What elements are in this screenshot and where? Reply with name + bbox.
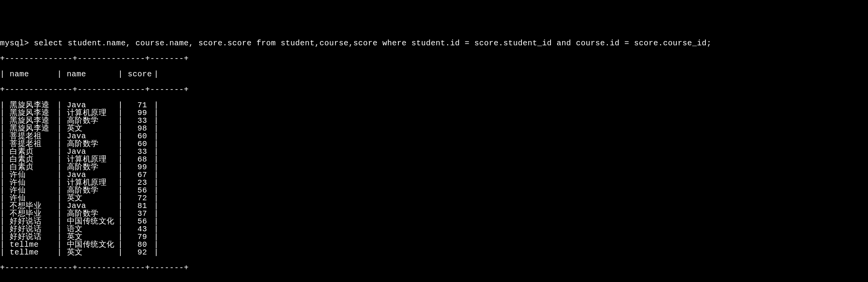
table-row: | 许仙| 英文|72 | <box>0 194 868 202</box>
pipe-char: | <box>154 125 159 132</box>
pipe-char: | <box>118 241 123 249</box>
table-row: | 黑旋风李逵| 计算机原理|99 | <box>0 109 868 117</box>
table-row: | 许仙| 高阶数学|56 | <box>0 187 868 194</box>
cell-course: 计算机原理 <box>62 179 118 187</box>
cell-student: 好好说话 <box>5 225 57 233</box>
cell-score: 98 <box>123 125 154 132</box>
table-row: | 菩提老祖| 高阶数学|60 | <box>0 140 868 148</box>
cell-course: 计算机原理 <box>62 156 118 163</box>
cell-score: 23 <box>123 179 154 187</box>
pipe-char: | <box>118 148 123 156</box>
pipe-char: | <box>57 132 62 140</box>
cell-student: 许仙 <box>5 171 57 179</box>
table-border-mid: +--------------+--------------+-------+ <box>0 86 868 94</box>
pipe-char: | <box>0 148 5 156</box>
pipe-char: | <box>57 233 62 241</box>
pipe-char: | <box>0 202 5 210</box>
pipe-char: | <box>57 179 62 187</box>
cell-student: 不想毕业 <box>5 210 57 218</box>
pipe-char: | <box>0 218 5 225</box>
pipe-char: | <box>57 210 62 218</box>
cell-student: 黑旋风李逵 <box>5 125 57 132</box>
pipe-char: | <box>118 70 123 78</box>
mysql-terminal[interactable]: mysql> select student.name, course.name,… <box>0 31 868 280</box>
pipe-char: | <box>57 117 62 125</box>
cell-score: 60 <box>123 132 154 140</box>
table-row: | 不想毕业| 高阶数学|37 | <box>0 210 868 218</box>
cell-student: 菩提老祖 <box>5 132 57 140</box>
cell-score: 81 <box>123 202 154 210</box>
pipe-char: | <box>118 140 123 148</box>
table-row: | 菩提老祖| Java|60 | <box>0 132 868 140</box>
pipe-char: | <box>154 225 159 233</box>
pipe-char: | <box>57 148 62 156</box>
pipe-char: | <box>154 163 159 171</box>
table-row: | 不想毕业| Java|81 | <box>0 202 868 210</box>
pipe-char: | <box>118 156 123 163</box>
pipe-char: | <box>154 179 159 187</box>
pipe-char: | <box>57 225 62 233</box>
cell-course: 英文 <box>62 194 118 202</box>
cell-score: 92 <box>123 249 154 256</box>
table-row: | 白素贞| 高阶数学|99 | <box>0 163 868 171</box>
table-row: | 白素贞| Java|33 | <box>0 148 868 156</box>
cell-student: 不想毕业 <box>5 202 57 210</box>
pipe-char: | <box>0 179 5 187</box>
pipe-char: | <box>154 109 159 117</box>
pipe-char: | <box>118 132 123 140</box>
table-row: | 好好说话| 英文|79 | <box>0 233 868 241</box>
cell-student: tellme <box>5 249 57 256</box>
pipe-char: | <box>154 70 159 78</box>
cell-course: Java <box>62 202 118 210</box>
pipe-char: | <box>154 148 159 156</box>
cell-course: 英文 <box>62 125 118 132</box>
pipe-char: | <box>0 101 5 109</box>
pipe-char: | <box>154 187 159 194</box>
table-row: | tellme| 英文|92 | <box>0 249 868 256</box>
pipe-char: | <box>57 194 62 202</box>
cell-score: 33 <box>123 117 154 125</box>
pipe-char: | <box>0 163 5 171</box>
cell-student: 许仙 <box>5 187 57 194</box>
cell-course: 中国传统文化 <box>62 218 118 225</box>
cell-student: 白素贞 <box>5 163 57 171</box>
pipe-char: | <box>57 163 62 171</box>
pipe-char: | <box>118 101 123 109</box>
table-row: | 许仙| Java|67 | <box>0 171 868 179</box>
pipe-char: | <box>0 171 5 179</box>
table-body: | 黑旋风李逵| Java|71 || 黑旋风李逵| 计算机原理|99 || 黑… <box>0 101 868 256</box>
cell-course: 高阶数学 <box>62 140 118 148</box>
cell-course: Java <box>62 132 118 140</box>
cell-score: 71 <box>123 101 154 109</box>
header-col-course: name <box>62 70 118 78</box>
pipe-char: | <box>154 249 159 256</box>
cell-student: 许仙 <box>5 194 57 202</box>
pipe-char: | <box>118 171 123 179</box>
pipe-char: | <box>0 210 5 218</box>
pipe-char: | <box>57 156 62 163</box>
pipe-char: | <box>118 179 123 187</box>
table-row: | 好好说话| 语文|43 | <box>0 225 868 233</box>
cell-course: 计算机原理 <box>62 109 118 117</box>
pipe-char: | <box>118 218 123 225</box>
pipe-char: | <box>154 241 159 249</box>
pipe-char: | <box>154 156 159 163</box>
pipe-char: | <box>57 218 62 225</box>
pipe-char: | <box>154 218 159 225</box>
cell-course: 语文 <box>62 225 118 233</box>
cell-course: 英文 <box>62 233 118 241</box>
pipe-char: | <box>154 117 159 125</box>
pipe-char: | <box>57 101 62 109</box>
pipe-char: | <box>118 117 123 125</box>
pipe-char: | <box>0 156 5 163</box>
cell-score: 43 <box>123 225 154 233</box>
pipe-char: | <box>154 202 159 210</box>
pipe-char: | <box>118 202 123 210</box>
cell-student: 好好说话 <box>5 218 57 225</box>
table-header-row: | name| name| score | <box>0 70 868 78</box>
cell-student: 黑旋风李逵 <box>5 117 57 125</box>
pipe-char: | <box>57 187 62 194</box>
pipe-char: | <box>0 132 5 140</box>
sql-prompt-line: mysql> select student.name, course.name,… <box>0 40 868 47</box>
pipe-char: | <box>0 225 5 233</box>
